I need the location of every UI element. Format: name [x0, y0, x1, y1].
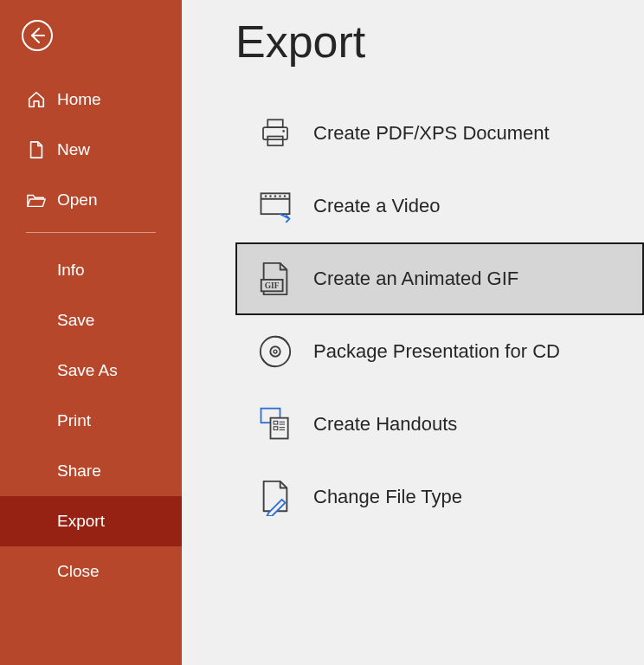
gif-icon: GIF: [251, 260, 299, 298]
sidebar-item-info[interactable]: Info: [0, 245, 182, 295]
export-option-label: Change File Type: [313, 486, 628, 508]
sidebar-item-export[interactable]: Export: [0, 496, 182, 546]
export-option-gif[interactable]: GIF Create an Animated GIF: [235, 242, 644, 315]
sidebar-item-label: Print: [57, 411, 91, 430]
sidebar-item-label: Home: [57, 90, 101, 109]
change-file-type-icon: [251, 478, 299, 516]
sidebar-item-home[interactable]: Home: [0, 74, 182, 125]
sidebar-item-label: Save: [57, 311, 94, 330]
svg-point-9: [269, 195, 271, 197]
sidebar-item-save[interactable]: Save: [0, 295, 182, 345]
export-option-label: Create an Animated GIF: [313, 268, 628, 290]
svg-rect-2: [267, 119, 283, 127]
sidebar-item-open[interactable]: Open: [0, 175, 182, 225]
svg-point-12: [284, 195, 286, 197]
export-option-label: Create Handouts: [313, 413, 628, 436]
sidebar-item-label: Share: [57, 462, 101, 481]
svg-rect-3: [263, 127, 287, 139]
export-option-video[interactable]: Create a Video: [235, 170, 644, 242]
svg-rect-4: [267, 137, 283, 146]
sidebar-item-label: Save As: [57, 361, 118, 380]
svg-point-10: [274, 195, 276, 197]
main-panel: Export Create PDF/XPS Document: [182, 0, 644, 665]
sidebar-divider: [26, 232, 156, 233]
svg-point-5: [282, 130, 285, 132]
page-title: Export: [235, 16, 644, 68]
cd-icon: [251, 333, 299, 370]
sidebar-item-label: Info: [57, 261, 85, 280]
sidebar-item-label: Export: [57, 512, 105, 531]
export-option-change-file-type[interactable]: Change File Type: [235, 461, 644, 533]
svg-point-17: [274, 350, 277, 353]
svg-text:GIF: GIF: [265, 281, 280, 290]
sidebar-item-print[interactable]: Print: [0, 396, 182, 446]
sidebar-item-label: Close: [57, 562, 100, 581]
sidebar-item-close[interactable]: Close: [0, 546, 182, 597]
export-option-cd[interactable]: Package Presentation for CD: [235, 315, 644, 388]
export-option-label: Create a Video: [313, 195, 628, 217]
home-icon: [26, 90, 47, 109]
page-icon: [26, 140, 47, 159]
sidebar-item-label: New: [57, 140, 90, 159]
sidebar-top-section: Home New Open: [0, 74, 182, 225]
export-option-label: Package Presentation for CD: [313, 340, 628, 363]
sidebar: Home New Open Info Save Save As Print Sh…: [0, 0, 182, 665]
svg-rect-19: [271, 418, 288, 439]
sidebar-item-share[interactable]: Share: [0, 446, 182, 496]
svg-point-16: [270, 346, 280, 356]
export-option-pdfxps[interactable]: Create PDF/XPS Document: [235, 97, 644, 170]
handouts-icon: [251, 405, 299, 443]
printer-icon: [251, 115, 299, 152]
export-options-list: Create PDF/XPS Document Create a Video: [235, 97, 644, 533]
sidebar-item-label: Open: [57, 190, 97, 210]
svg-point-8: [265, 195, 267, 197]
export-option-handouts[interactable]: Create Handouts: [235, 388, 644, 461]
video-icon: [251, 188, 299, 224]
sidebar-item-new[interactable]: New: [0, 125, 182, 175]
sidebar-item-save-as[interactable]: Save As: [0, 345, 182, 396]
export-option-label: Create PDF/XPS Document: [313, 122, 628, 145]
back-arrow-icon: [21, 19, 54, 52]
back-button[interactable]: [21, 19, 54, 52]
svg-point-11: [279, 195, 280, 197]
folder-open-icon: [26, 191, 47, 209]
